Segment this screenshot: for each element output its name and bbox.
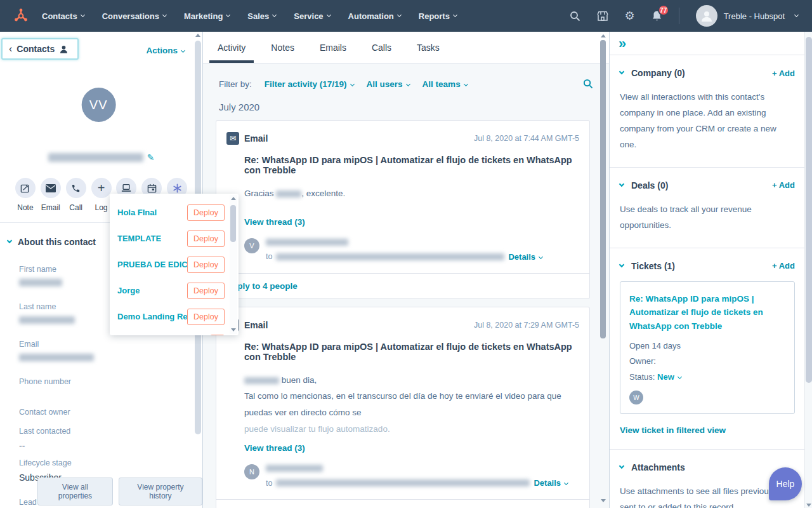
deploy-button[interactable]: Deploy (187, 257, 225, 273)
call-action-button[interactable]: Call (63, 178, 89, 212)
timeline-scrollbar[interactable] (600, 32, 606, 507)
filter-activity-dropdown[interactable]: Filter activity (17/19) (265, 79, 354, 89)
details-dropdown[interactable]: Details (508, 252, 542, 262)
ticket-card-title-link[interactable]: Re: WhatsApp ID para mipOS | Automatizar… (629, 292, 785, 333)
nav-item-label: Automation (348, 11, 394, 21)
back-to-contacts-button[interactable]: ‹ Contacts (1, 38, 79, 60)
chevron-down-icon[interactable] (619, 464, 624, 469)
last-contacted-field[interactable]: Last contacted -- (19, 427, 183, 451)
deploy-button[interactable]: Deploy (187, 204, 225, 221)
ticket-open-duration: Open 14 days (629, 341, 785, 351)
template-name-link[interactable]: PRUEBA DE EDICIÓN (117, 260, 187, 269)
notifications-bell-icon[interactable]: 77 (652, 10, 662, 22)
chevron-down-icon[interactable] (619, 69, 624, 74)
filter-row: Filter by: Filter activity (17/19) All u… (203, 64, 609, 93)
nav-item-service[interactable]: Service (294, 11, 330, 21)
actions-label: Actions (146, 46, 178, 55)
add-company-link[interactable]: + Add (772, 69, 795, 78)
chevron-down-icon (327, 12, 331, 17)
deploy-button[interactable]: Deploy (187, 283, 225, 299)
deploy-button[interactable] (210, 335, 225, 336)
tab-activity[interactable]: Activity (209, 32, 254, 63)
chevron-down-icon[interactable] (619, 182, 624, 187)
field-label: Phone number (19, 377, 183, 386)
scroll-down-arrow[interactable] (231, 328, 236, 331)
deploy-button[interactable]: Deploy (187, 309, 225, 325)
deploy-button[interactable]: Deploy (187, 231, 225, 247)
phone-number-field[interactable]: Phone number (19, 377, 183, 386)
all-teams-dropdown[interactable]: All teams (422, 79, 468, 89)
reply-row[interactable]: « Reply to 4 people (216, 499, 589, 508)
chevron-down-icon (272, 12, 277, 17)
help-button[interactable]: Help (769, 467, 802, 500)
template-row: TEMPLATE Deploy (110, 225, 239, 251)
timeline-search-icon[interactable] (583, 79, 593, 89)
hubspot-logo-icon[interactable] (13, 8, 29, 24)
view-all-properties-button[interactable]: View all properties (37, 478, 113, 505)
template-name-link[interactable]: Jorge (117, 286, 140, 295)
details-dropdown[interactable]: Details (534, 478, 568, 488)
marketplace-icon[interactable] (597, 11, 608, 22)
template-row-partial (110, 330, 239, 335)
email-action-button[interactable]: Email (38, 178, 63, 212)
popup-scrollbar[interactable] (230, 195, 237, 334)
reply-row[interactable]: Reply to 4 people (216, 273, 589, 298)
scroll-up-arrow[interactable] (231, 197, 236, 200)
view-ticket-filtered-link[interactable]: View ticket in filtered view (620, 425, 795, 435)
account-menu[interactable]: Treble - Hubspot (696, 5, 798, 27)
scroll-down-arrow[interactable] (805, 502, 812, 507)
body-text-faded: puede visualizar tu flujo automatizado. (244, 424, 390, 434)
scrollbar-thumb[interactable] (600, 40, 606, 338)
scrollbar-thumb[interactable] (806, 37, 812, 383)
chevron-down-icon (564, 481, 568, 485)
note-action-button[interactable]: Note (13, 178, 38, 212)
contact-avatar: VV (81, 88, 115, 122)
tab-notes[interactable]: Notes (263, 32, 303, 63)
add-deal-link[interactable]: + Add (772, 180, 795, 190)
filter-by-label: Filter by: (219, 79, 252, 89)
collapse-panel-icon[interactable]: » (619, 36, 626, 51)
nav-item-conversations[interactable]: Conversations (102, 11, 166, 21)
tab-calls[interactable]: Calls (363, 32, 400, 63)
add-ticket-link[interactable]: + Add (772, 261, 795, 271)
view-property-history-button[interactable]: View property history (119, 478, 202, 505)
contact-owner-field[interactable]: Contact owner (19, 408, 183, 417)
nav-item-contacts[interactable]: Contacts (42, 11, 84, 21)
search-icon[interactable] (570, 11, 580, 22)
settings-gear-icon[interactable]: ⚙ (625, 9, 635, 23)
email-card-1: ✉ Email Jul 8, 2020 at 7:44 AM GMT-5 Re:… (216, 120, 590, 299)
sender-lines: to Details (266, 464, 579, 488)
nav-item-sales[interactable]: Sales (247, 11, 276, 21)
chevron-down-icon[interactable] (619, 262, 624, 267)
scroll-up-arrow[interactable] (601, 34, 606, 37)
tab-tasks[interactable]: Tasks (409, 32, 448, 63)
body-text: Gracias (244, 189, 274, 198)
view-thread-link[interactable]: View thread (3) (216, 437, 589, 453)
ticket-status-row: Status: New (629, 372, 785, 382)
chevron-down-icon (406, 81, 410, 86)
right-panel-scrollbar[interactable] (804, 32, 812, 508)
status-dropdown[interactable]: New (657, 372, 681, 382)
scroll-up-arrow[interactable] (195, 34, 200, 37)
scroll-down-arrow[interactable] (600, 497, 606, 502)
email-card-2: ✉ Email Jul 8, 2020 at 7:29 AM GMT-5 Re:… (216, 307, 590, 508)
scrollbar-thumb[interactable] (230, 205, 236, 242)
sender-lines: to Details (266, 238, 579, 262)
view-thread-link[interactable]: View thread (3) (216, 202, 589, 227)
actions-dropdown[interactable]: Actions (146, 46, 185, 55)
template-name-link[interactable]: TEMPLATE (117, 234, 161, 243)
filter-label: Filter activity (17/19) (265, 79, 347, 89)
email-envelope-icon: ✉ (226, 132, 239, 145)
company-section-title: Company (0) (631, 68, 685, 78)
email-field[interactable]: Email (19, 340, 183, 363)
nav-item-automation[interactable]: Automation (348, 11, 401, 21)
template-name-link[interactable]: Demo Landing Register Poll (117, 312, 187, 321)
field-label: Lifecycle stage (19, 458, 183, 467)
tab-emails[interactable]: Emails (311, 32, 355, 63)
edit-name-pencil-icon[interactable]: ✎ (147, 152, 155, 163)
user-avatar (696, 5, 717, 27)
all-users-dropdown[interactable]: All users (367, 79, 410, 89)
template-name-link[interactable]: Hola FInal (117, 208, 157, 217)
nav-item-marketing[interactable]: Marketing (184, 11, 230, 21)
nav-item-reports[interactable]: Reports (419, 11, 457, 21)
